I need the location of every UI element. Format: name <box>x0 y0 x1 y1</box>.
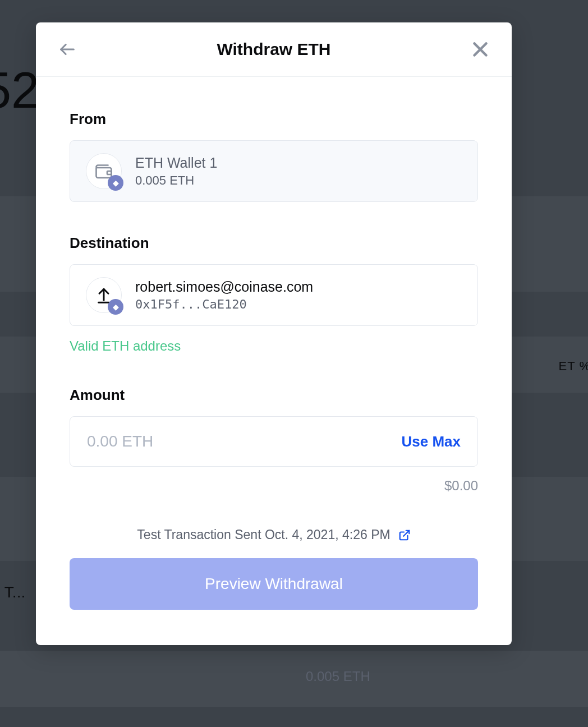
withdraw-modal: Withdraw ETH From ◆ ETH Wallet 1 0.0 <box>36 22 512 645</box>
test-transaction-text: Test Transaction Sent Oct. 4, 2021, 4:26… <box>137 527 390 542</box>
preview-withdrawal-button[interactable]: Preview Withdrawal <box>70 558 478 610</box>
ethereum-icon: ◆ <box>113 179 119 187</box>
from-wallet-text: ETH Wallet 1 0.005 ETH <box>135 155 217 188</box>
eth-badge: ◆ <box>108 299 123 315</box>
valid-address-message: Valid ETH address <box>70 338 478 354</box>
from-label: From <box>70 111 478 128</box>
modal-header: Withdraw ETH <box>36 22 512 77</box>
use-max-button[interactable]: Use Max <box>402 433 461 450</box>
test-transaction-row: Test Transaction Sent Oct. 4, 2021, 4:26… <box>70 527 478 542</box>
amount-usd-display: $0.00 <box>70 478 478 494</box>
from-wallet-balance: 0.005 ETH <box>135 173 217 188</box>
backdrop-stripe <box>0 651 588 707</box>
wallet-icon-circle: ◆ <box>86 153 122 189</box>
modal-title: Withdraw ETH <box>217 40 330 59</box>
arrow-left-icon <box>58 40 77 59</box>
destination-address: 0x1F5f...CaE120 <box>135 297 313 311</box>
from-wallet-name: ETH Wallet 1 <box>135 155 217 171</box>
modal-body: From ◆ ETH Wallet 1 0.005 ETH Destinatio… <box>36 77 512 610</box>
amount-input[interactable] <box>87 432 402 450</box>
external-link-button[interactable] <box>398 529 411 541</box>
svg-rect-3 <box>107 171 112 174</box>
close-button[interactable] <box>469 38 491 61</box>
ethereum-icon: ◆ <box>113 303 119 311</box>
destination-card[interactable]: ◆ robert.simoes@coinase.com 0x1F5f...CaE… <box>70 264 478 326</box>
backdrop-balance-text: 0.005 ETH <box>306 669 370 684</box>
send-icon-circle: ◆ <box>86 277 122 313</box>
backdrop-label: ET % <box>559 359 588 374</box>
eth-badge: ◆ <box>108 175 123 191</box>
destination-email: robert.simoes@coinase.com <box>135 279 313 295</box>
back-button[interactable] <box>56 38 79 61</box>
svg-line-6 <box>403 530 409 536</box>
backdrop-truncated-text: n T... <box>0 583 25 601</box>
external-link-icon <box>398 529 411 541</box>
destination-label: Destination <box>70 234 478 252</box>
amount-label: Amount <box>70 386 478 404</box>
close-icon <box>470 39 490 59</box>
destination-text: robert.simoes@coinase.com 0x1F5f...CaE12… <box>135 279 313 311</box>
backdrop-number: 52 <box>0 62 39 119</box>
amount-input-container: Use Max <box>70 416 478 467</box>
from-wallet-card[interactable]: ◆ ETH Wallet 1 0.005 ETH <box>70 140 478 202</box>
